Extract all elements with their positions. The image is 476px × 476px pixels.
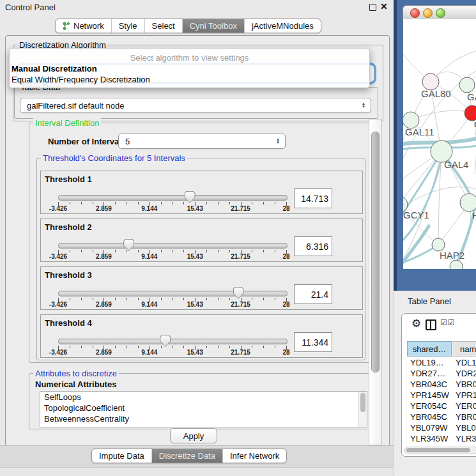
bottom-tab-discretize-data[interactable]: Discretize Data xyxy=(151,449,222,463)
numerical-attributes-label: Numerical Attributes xyxy=(35,380,116,389)
slider-tick-label: 2.859 xyxy=(88,253,119,260)
close-icon[interactable]: ✕ xyxy=(380,1,388,12)
svg-text:GCY1: GCY1 xyxy=(403,210,429,220)
bottom-tab-impute-data[interactable]: Impute Data xyxy=(92,449,151,463)
popup-item-equal-width-frequency[interactable]: Equal Width/Frequency Discretization xyxy=(12,75,150,84)
number-of-intervals-value: 5 xyxy=(125,137,130,146)
slider-tick xyxy=(161,346,162,348)
slider-tick xyxy=(81,298,82,300)
slider-tick xyxy=(275,298,275,300)
slider-tick xyxy=(127,346,127,348)
table-row[interactable]: YDL19…YDL19… xyxy=(407,357,476,368)
cell-name: YBR043C xyxy=(456,379,476,390)
slider-tick-label: 2.859 xyxy=(88,301,119,308)
tab-network[interactable]: Network xyxy=(56,19,111,33)
tab-jactivemnodules[interactable]: jActiveMNodules xyxy=(244,19,321,33)
tab-label: Select xyxy=(152,21,175,31)
threshold-slider[interactable] xyxy=(58,339,288,344)
table-data-combo[interactable]: galFiltered.sif default node ▲▼ xyxy=(20,98,371,113)
threshold-slider[interactable] xyxy=(58,291,288,296)
attribute-item[interactable]: SelfLoops xyxy=(40,392,367,403)
slider-tick xyxy=(229,250,230,252)
slider-tick-label: 28 xyxy=(270,301,302,308)
algorithm-popup: Select algorithm to view settings Manual… xyxy=(9,48,370,88)
attributes-list-scrollbar[interactable] xyxy=(358,392,367,427)
gear-icon[interactable]: ⚙ xyxy=(411,317,421,330)
network-window-titlebar[interactable] xyxy=(403,5,476,20)
table-row[interactable]: YPR145WYPR145W xyxy=(407,390,476,401)
threshold-slider[interactable] xyxy=(58,243,288,249)
table-hscrollbar-thumb[interactable] xyxy=(406,448,470,452)
slider-tick xyxy=(70,298,70,300)
slider-thumb[interactable] xyxy=(233,287,244,299)
threshold-label: Threshold 2 xyxy=(45,222,92,232)
svg-text:GA: GA xyxy=(467,91,476,102)
thresholds-group-label: Threshold's Coordinates for 5 Intervals xyxy=(41,153,187,163)
slider-tick xyxy=(218,250,219,252)
slider-tick xyxy=(173,346,173,348)
slider-thumb[interactable] xyxy=(160,335,171,347)
slider-tick xyxy=(275,202,275,204)
cell-shared-name: YDR27… xyxy=(410,368,452,379)
slider-tick-label: 28 xyxy=(270,349,302,356)
slider-tick xyxy=(229,298,230,300)
tab-style[interactable]: Style xyxy=(111,19,144,33)
slider-tick xyxy=(263,346,264,348)
bottom-tab-infer-network[interactable]: Infer Network xyxy=(222,449,286,463)
network-graph[interactable]: GAL80GACGAL11GAL4GCY1HHAP2 xyxy=(403,19,476,269)
slider-tick xyxy=(206,298,207,300)
columns-icon[interactable] xyxy=(426,319,436,330)
table-row[interactable]: YBR045CYBR045C xyxy=(407,411,476,422)
checkboxes-icon[interactable]: ☑☑ xyxy=(440,318,456,327)
attribute-item[interactable]: BetweennessCentrality xyxy=(40,413,367,424)
float-window-icon[interactable] xyxy=(369,4,376,11)
table-row[interactable]: YDR27…YDR27… xyxy=(407,368,476,379)
apply-button[interactable]: Apply xyxy=(170,428,217,443)
stepper-icon[interactable]: ▲▼ xyxy=(276,138,280,144)
slider-tick xyxy=(218,202,219,204)
zoom-traffic-light[interactable] xyxy=(436,8,445,18)
cell-name: YDR27… xyxy=(456,368,476,379)
svg-text:GAL11: GAL11 xyxy=(405,127,434,137)
panel-scrollbar-thumb[interactable] xyxy=(371,132,380,372)
slider-tick xyxy=(263,202,264,204)
slider-tick xyxy=(173,250,173,252)
slider-tick-label: 28 xyxy=(270,205,302,212)
slider-tick xyxy=(183,346,184,348)
table-row[interactable]: YBR043CYBR043C xyxy=(407,379,476,390)
popup-item-manual-discretization[interactable]: Manual Discretization xyxy=(12,64,97,73)
table-row[interactable]: YER054CYER054C xyxy=(407,401,476,411)
slider-tick xyxy=(161,250,162,252)
table-row[interactable]: YBL079WYBL079W xyxy=(407,422,476,433)
stepper-icon[interactable]: ▲▼ xyxy=(362,102,365,109)
tab-select[interactable]: Select xyxy=(144,19,182,33)
slider-tick xyxy=(229,202,230,204)
slider-thumb[interactable] xyxy=(185,191,196,203)
svg-text:H: H xyxy=(472,210,476,221)
threshold-slider[interactable] xyxy=(58,195,288,201)
column-header-shared-name[interactable]: shared… xyxy=(407,341,452,357)
panel-scrollbar[interactable] xyxy=(369,119,382,445)
svg-text:GAL80: GAL80 xyxy=(421,88,451,99)
slider-tick-label: 21.715 xyxy=(225,301,257,308)
network-canvas[interactable]: GAL80GACGAL11GAL4GCY1HHAP2 xyxy=(403,19,476,269)
table-hscrollbar[interactable] xyxy=(404,447,476,454)
attributes-list[interactable]: SelfLoopsTopologicalCoefficientBetweenne… xyxy=(40,391,367,427)
top-tabs: NetworkStyleSelectCyni ToolboxjActiveMNo… xyxy=(55,19,321,33)
attributes-group-label: Attributes to discretize xyxy=(33,369,119,378)
slider-tick xyxy=(206,202,207,204)
slider-tick-label: 28 xyxy=(270,253,302,260)
minimize-traffic-light[interactable] xyxy=(423,8,433,18)
slider-tick xyxy=(183,298,184,300)
slider-tick-label: -3.426 xyxy=(42,205,74,212)
slider-tick xyxy=(173,202,173,204)
table-row[interactable]: YLR345WYLR345W xyxy=(407,433,476,444)
slider-tick xyxy=(81,346,82,348)
close-traffic-light[interactable] xyxy=(410,8,420,18)
tab-cyni-toolbox[interactable]: Cyni Toolbox xyxy=(182,19,244,33)
column-header-name[interactable]: name xyxy=(452,341,476,357)
slider-thumb[interactable] xyxy=(123,239,134,251)
slider-tick-label: -3.426 xyxy=(42,301,74,308)
attribute-item[interactable]: TopologicalCoefficient xyxy=(40,403,367,413)
number-of-intervals-combo[interactable]: 5 ▲▼ xyxy=(118,134,286,149)
